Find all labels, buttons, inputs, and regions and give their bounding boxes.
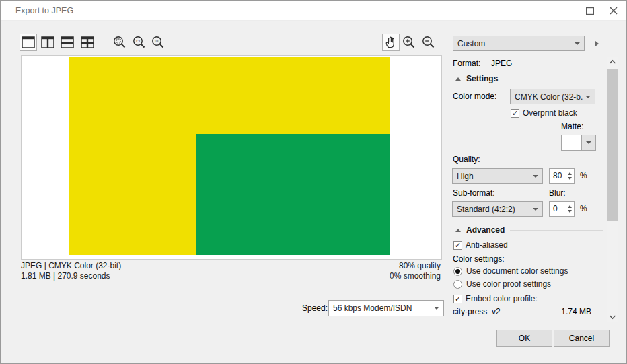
zoom-1to1-icon: 1:1 xyxy=(132,35,147,50)
preview-vertical-split-button[interactable] xyxy=(39,34,57,51)
embed-color-profile-label: Embed color profile: xyxy=(466,294,538,303)
settings-section-title: Settings xyxy=(466,74,498,83)
speed-dropdown[interactable]: 56 kbps Modem/ISDN xyxy=(328,300,444,316)
color-profile-size: 1.74 MB xyxy=(561,307,591,316)
antialiased-label: Anti-aliased xyxy=(466,240,508,250)
quad-split-icon xyxy=(81,36,94,48)
scroll-up-button[interactable] xyxy=(607,57,618,67)
single-pane-icon xyxy=(22,36,35,48)
color-settings-label: Color settings: xyxy=(453,254,505,264)
scrollbar-thumb[interactable] xyxy=(607,69,618,221)
zoom-out-icon xyxy=(421,35,436,50)
chevron-down-icon xyxy=(609,314,616,320)
quality-percent-sign: % xyxy=(580,171,587,180)
zoom-to-fit-button[interactable] xyxy=(111,34,128,51)
chevron-down-icon xyxy=(533,208,538,211)
preset-value: Custom xyxy=(457,39,572,48)
preset-dropdown[interactable]: Custom xyxy=(453,36,585,51)
zoom-1to1-button[interactable]: 1:1 xyxy=(131,34,148,51)
preview-canvas[interactable] xyxy=(21,55,442,260)
status-format-line: JPEG | CMYK Color (32-bit) xyxy=(21,261,121,271)
quality-label: Quality: xyxy=(453,155,480,164)
use-color-proof-radio[interactable]: Use color proof settings xyxy=(453,279,551,289)
overprint-black-label: Overprint black xyxy=(523,108,577,118)
preset-separator xyxy=(450,54,605,54)
titlebar: Export to JPEG xyxy=(1,1,626,21)
embed-color-profile-checkbox[interactable]: Embed color profile: xyxy=(453,294,538,303)
status-smoothing-line: 0% smoothing xyxy=(390,271,441,281)
close-icon xyxy=(609,6,618,15)
quality-percent-value: 80 xyxy=(550,169,565,183)
spinner-buttons[interactable] xyxy=(565,169,574,183)
checkbox-checked-icon xyxy=(453,241,462,250)
preview-green-rectangle xyxy=(196,134,390,255)
matte-color-swatch xyxy=(562,135,582,150)
antialiased-checkbox[interactable]: Anti-aliased xyxy=(453,240,508,250)
cancel-button[interactable]: Cancel xyxy=(554,330,610,347)
preview-quad-button[interactable] xyxy=(79,34,96,51)
subformat-dropdown[interactable]: Standard (4:2:2) xyxy=(452,201,543,217)
chevron-down-icon xyxy=(575,42,580,45)
close-button[interactable] xyxy=(606,4,621,17)
section-rule xyxy=(510,230,603,231)
subformat-label: Sub-format: xyxy=(453,188,495,198)
maximize-icon xyxy=(586,7,594,15)
zoom-in-icon xyxy=(402,35,416,50)
zoom-in-button[interactable] xyxy=(400,34,418,51)
chevron-down-icon xyxy=(585,96,591,98)
chevron-up-icon xyxy=(609,59,616,65)
zoom-to-fit-icon xyxy=(112,35,127,50)
pan-tool-button[interactable] xyxy=(382,34,400,51)
matte-color-picker[interactable] xyxy=(561,135,596,151)
spin-up-icon xyxy=(568,172,572,175)
spinner-buttons[interactable] xyxy=(565,202,574,216)
settings-scrollbar[interactable] xyxy=(607,57,618,322)
color-profile-name: city-press_v2 xyxy=(453,307,501,316)
matte-label: Matte: xyxy=(561,122,583,131)
checkbox-checked-icon xyxy=(453,295,462,303)
use-color-proof-label: Use color proof settings xyxy=(466,279,551,289)
quality-dropdown[interactable]: High xyxy=(452,168,543,184)
color-mode-dropdown[interactable]: CMYK Color (32-b... xyxy=(510,89,595,104)
spin-down-icon xyxy=(568,177,572,180)
collapse-icon xyxy=(455,229,461,232)
zoom-100-icon: 100 xyxy=(151,35,165,50)
horizontal-split-icon xyxy=(61,36,74,48)
chevron-down-icon xyxy=(533,175,538,178)
scroll-down-button[interactable] xyxy=(607,312,618,322)
settings-section-header[interactable]: Settings xyxy=(455,74,603,83)
overprint-black-checkbox[interactable]: Overprint black xyxy=(511,108,577,118)
zoom-1to1-label: 1:1 xyxy=(135,39,141,43)
preview-horizontal-split-button[interactable] xyxy=(59,34,76,51)
speed-value: 56 kbps Modem/ISDN xyxy=(333,303,431,313)
advanced-section-title: Advanced xyxy=(466,225,505,235)
blur-percent-sign: % xyxy=(580,204,587,213)
preview-single-pane-button[interactable] xyxy=(20,34,37,51)
chevron-right-icon xyxy=(595,41,599,46)
zoom-100-button[interactable]: 100 xyxy=(149,34,167,51)
format-label: Format: xyxy=(453,59,480,68)
color-mode-label: Color mode: xyxy=(453,92,496,101)
quality-value: High xyxy=(457,172,530,181)
advanced-section-header[interactable]: Advanced xyxy=(455,225,603,235)
export-to-jpeg-dialog: Export to JPEG xyxy=(0,0,627,364)
use-document-color-label: Use document color settings xyxy=(466,266,568,276)
blur-spinner[interactable]: 0 xyxy=(549,201,575,217)
chevron-down-icon xyxy=(434,307,439,310)
preset-options-button[interactable] xyxy=(591,36,603,50)
subformat-value: Standard (4:2:2) xyxy=(457,205,530,214)
matte-dropdown-button[interactable] xyxy=(582,135,595,150)
collapse-icon xyxy=(455,77,461,81)
radio-selected-icon xyxy=(453,267,462,276)
maximize-button[interactable] xyxy=(583,4,597,17)
blur-label: Blur: xyxy=(549,188,566,198)
quality-percent-spinner[interactable]: 80 xyxy=(549,168,575,184)
status-size-line: 1.81 MB | 270.9 seconds xyxy=(21,271,110,281)
speed-label: Speed: xyxy=(302,303,328,313)
format-value: JPEG xyxy=(491,59,512,68)
spin-down-icon xyxy=(568,210,572,213)
use-document-color-radio[interactable]: Use document color settings xyxy=(453,266,568,276)
ok-button[interactable]: OK xyxy=(496,330,552,347)
zoom-out-button[interactable] xyxy=(420,34,437,51)
checkbox-checked-icon xyxy=(511,109,519,118)
